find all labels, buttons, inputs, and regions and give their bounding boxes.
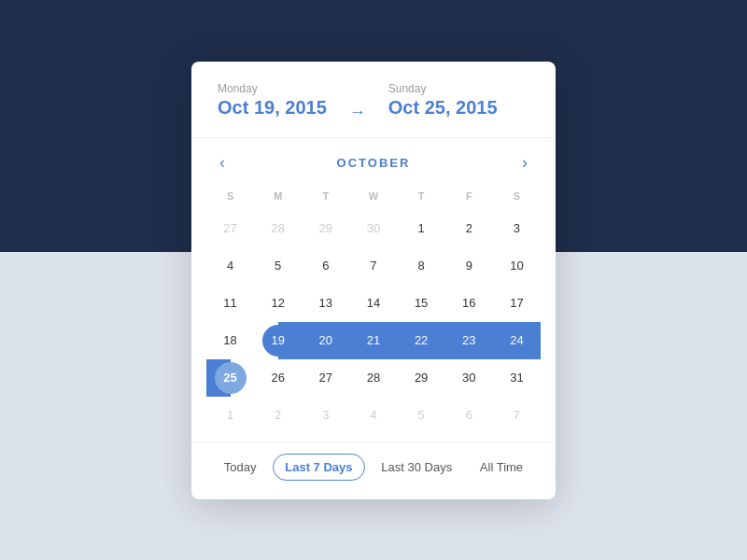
day-cell[interactable]: 5 bbox=[398, 397, 445, 434]
day-cell[interactable]: 2 bbox=[254, 397, 302, 434]
weekday-f: F bbox=[445, 182, 493, 210]
day-cell[interactable]: 7 bbox=[493, 397, 541, 434]
weekday-s1: S bbox=[206, 182, 254, 210]
day-cell[interactable]: 6 bbox=[302, 247, 349, 285]
day-18[interactable]: 18 bbox=[206, 322, 254, 359]
weekday-header-row: S M T W T F S bbox=[206, 182, 541, 210]
day-cell[interactable]: 1 bbox=[398, 210, 445, 247]
date-header: Monday Oct 19, 2015 → Sunday Oct 25, 201… bbox=[191, 62, 556, 138]
start-day-label: Monday bbox=[218, 82, 327, 95]
day-29[interactable]: 29 bbox=[398, 359, 445, 397]
next-month-button[interactable]: › bbox=[516, 151, 533, 175]
day-cell[interactable]: 4 bbox=[206, 247, 254, 285]
calendar-grid: S M T W T F S 27 28 29 30 1 2 3 4 5 6 7 … bbox=[191, 182, 556, 441]
all-time-button[interactable]: All Time bbox=[469, 455, 534, 480]
day-cell[interactable]: 13 bbox=[302, 285, 349, 322]
day-24[interactable]: 24 bbox=[493, 322, 541, 359]
calendar-card: Monday Oct 19, 2015 → Sunday Oct 25, 201… bbox=[191, 62, 556, 499]
day-28[interactable]: 28 bbox=[349, 359, 397, 397]
day-cell[interactable]: 3 bbox=[302, 397, 349, 434]
day-30[interactable]: 30 bbox=[445, 359, 493, 397]
end-date-value: Oct 25, 2015 bbox=[388, 97, 498, 119]
week-row-5: 25 26 27 28 29 30 31 bbox=[206, 359, 541, 397]
arrow-separator: → bbox=[349, 103, 366, 122]
end-day-label: Sunday bbox=[388, 82, 498, 95]
day-22[interactable]: 22 bbox=[398, 322, 445, 359]
start-date-value: Oct 19, 2015 bbox=[218, 97, 327, 119]
day-cell[interactable]: 3 bbox=[493, 210, 541, 247]
week-row-1: 27 28 29 30 1 2 3 bbox=[206, 210, 541, 247]
day-cell[interactable]: 6 bbox=[445, 397, 493, 434]
weekday-w: W bbox=[349, 182, 397, 210]
last-30-days-button[interactable]: Last 30 Days bbox=[370, 455, 463, 480]
day-cell[interactable]: 29 bbox=[302, 210, 349, 247]
day-19-range-start[interactable]: 19 bbox=[254, 322, 302, 359]
day-cell[interactable]: 27 bbox=[206, 210, 254, 247]
week-row-4: 18 19 20 21 22 23 24 bbox=[206, 322, 541, 359]
day-cell[interactable]: 15 bbox=[398, 285, 445, 322]
day-cell[interactable]: 2 bbox=[445, 210, 493, 247]
day-cell[interactable]: 12 bbox=[254, 285, 302, 322]
day-25-range-end[interactable]: 25 bbox=[206, 359, 254, 397]
day-cell[interactable]: 8 bbox=[398, 247, 445, 285]
week-row-3: 11 12 13 14 15 16 17 bbox=[206, 285, 541, 322]
day-cell[interactable]: 28 bbox=[254, 210, 302, 247]
weekday-s2: S bbox=[493, 182, 541, 210]
day-31[interactable]: 31 bbox=[493, 359, 541, 397]
weekday-t1: T bbox=[302, 182, 349, 210]
day-cell[interactable]: 5 bbox=[254, 247, 302, 285]
today-button[interactable]: Today bbox=[213, 455, 268, 480]
day-cell[interactable]: 9 bbox=[445, 247, 493, 285]
start-date-item: Monday Oct 19, 2015 bbox=[218, 82, 327, 119]
week-row-6: 1 2 3 4 5 6 7 bbox=[206, 397, 541, 434]
day-cell[interactable]: 4 bbox=[349, 397, 397, 434]
month-label: OCTOBER bbox=[337, 156, 411, 170]
day-cell[interactable]: 10 bbox=[493, 247, 541, 285]
day-cell[interactable]: 17 bbox=[493, 285, 541, 322]
footer-actions: Today Last 7 Days Last 30 Days All Time bbox=[191, 441, 556, 499]
prev-month-button[interactable]: ‹ bbox=[214, 151, 231, 175]
day-20[interactable]: 20 bbox=[302, 322, 349, 359]
weekday-m: M bbox=[254, 182, 302, 210]
end-date-item: Sunday Oct 25, 2015 bbox=[388, 82, 498, 119]
day-27[interactable]: 27 bbox=[302, 359, 349, 397]
weekday-t2: T bbox=[398, 182, 445, 210]
day-21[interactable]: 21 bbox=[349, 322, 397, 359]
day-26[interactable]: 26 bbox=[254, 359, 302, 397]
day-cell[interactable]: 7 bbox=[349, 247, 397, 285]
week-row-2: 4 5 6 7 8 9 10 bbox=[206, 247, 541, 285]
last-7-days-button[interactable]: Last 7 Days bbox=[273, 454, 364, 481]
day-cell[interactable]: 30 bbox=[349, 210, 397, 247]
day-cell[interactable]: 1 bbox=[206, 397, 254, 434]
day-cell[interactable]: 16 bbox=[445, 285, 493, 322]
day-cell[interactable]: 14 bbox=[349, 285, 397, 322]
day-23[interactable]: 23 bbox=[445, 322, 493, 359]
day-cell[interactable]: 11 bbox=[206, 285, 254, 322]
calendar-nav: ‹ OCTOBER › bbox=[191, 138, 556, 182]
